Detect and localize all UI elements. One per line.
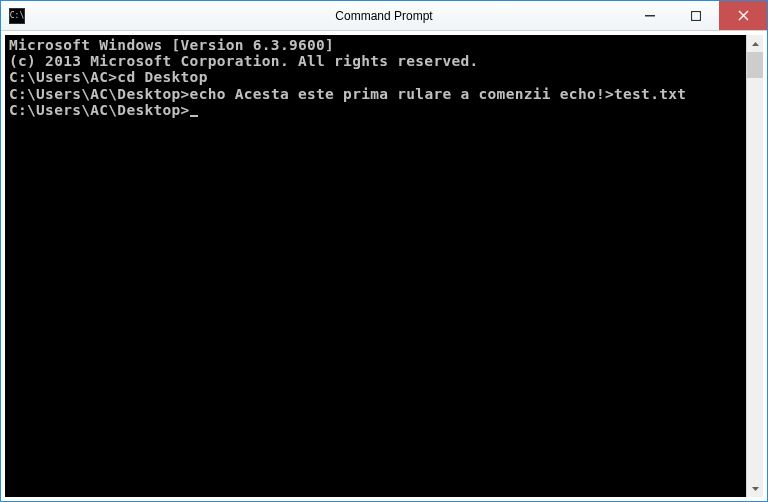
- current-prompt-line: C:\Users\AC\Desktop>: [9, 102, 742, 118]
- command-text: echo Acesta este prima rulare a comenzii…: [190, 86, 687, 102]
- chevron-up-icon: [752, 42, 759, 46]
- svg-rect-0: [645, 15, 655, 17]
- close-icon: [738, 10, 749, 21]
- minimize-icon: [645, 11, 655, 21]
- maximize-button[interactable]: [673, 1, 719, 30]
- scroll-thumb[interactable]: [747, 52, 763, 78]
- svg-rect-1: [692, 11, 701, 20]
- window-title: Command Prompt: [335, 9, 432, 23]
- client-area: Microsoft Windows [Version 6.3.9600](c) …: [1, 31, 767, 501]
- scroll-down-button[interactable]: [747, 480, 763, 497]
- prompt-line: C:\Users\AC>cd Desktop: [9, 69, 742, 85]
- chevron-down-icon: [752, 487, 759, 491]
- scroll-up-button[interactable]: [747, 35, 763, 52]
- window-controls: [627, 1, 767, 30]
- minimize-button[interactable]: [627, 1, 673, 30]
- prompt: C:\Users\AC\Desktop>: [9, 102, 190, 118]
- prompt: C:\Users\AC\Desktop>: [9, 86, 190, 102]
- vertical-scrollbar[interactable]: [746, 35, 763, 497]
- output-line: Microsoft Windows [Version 6.3.9600]: [9, 37, 742, 53]
- prompt: C:\Users\AC>: [9, 69, 117, 85]
- command-text: cd Desktop: [117, 69, 207, 85]
- console-output[interactable]: Microsoft Windows [Version 6.3.9600](c) …: [5, 35, 746, 497]
- scroll-track[interactable]: [747, 52, 763, 480]
- output-line: (c) 2013 Microsoft Corporation. All righ…: [9, 53, 742, 69]
- prompt-line: C:\Users\AC\Desktop>echo Acesta este pri…: [9, 86, 742, 102]
- titlebar[interactable]: C:\ Command Prompt: [1, 1, 767, 31]
- close-button[interactable]: [719, 1, 767, 30]
- command-prompt-window: C:\ Command Prompt Microsoft Windows [Ve…: [0, 0, 768, 502]
- app-icon: C:\: [9, 8, 25, 24]
- maximize-icon: [691, 11, 701, 21]
- cursor: [190, 115, 198, 117]
